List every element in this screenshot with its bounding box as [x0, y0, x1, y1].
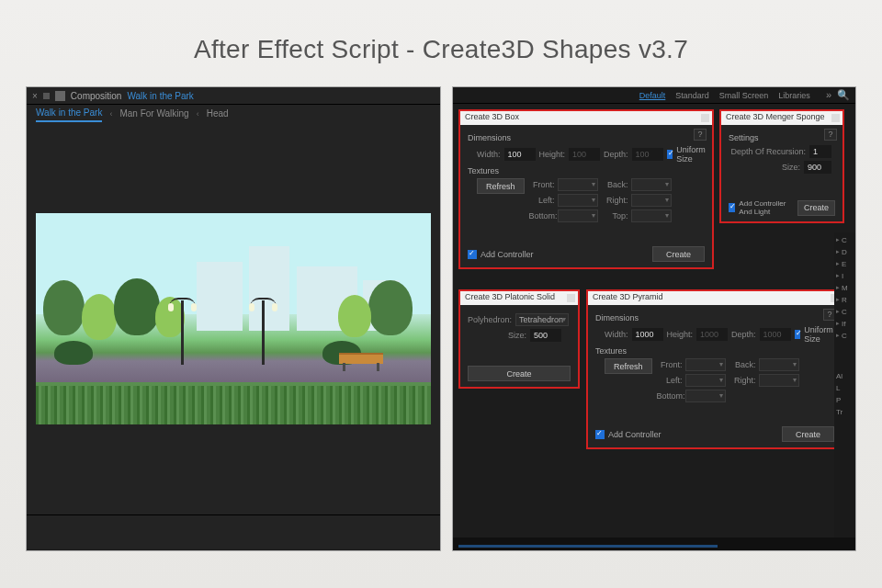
recursion-label: Depth Of Recursion:	[730, 147, 806, 156]
workspace-tabs: Default Standard Small Screen Libraries …	[453, 87, 855, 104]
side-item[interactable]: ▸If	[836, 319, 854, 328]
front-dropdown[interactable]	[685, 358, 726, 371]
chevron-left-icon: ‹	[109, 109, 112, 119]
pin-icon[interactable]	[43, 93, 50, 99]
height-input	[569, 148, 600, 161]
help-button[interactable]: ?	[694, 129, 707, 141]
composition-panel: × Composition Walk in the Park Walk in t…	[26, 86, 441, 551]
refresh-button[interactable]: Refresh	[477, 178, 525, 194]
side-item[interactable]: ▸C	[836, 235, 854, 244]
breadcrumb-item-2[interactable]: Head	[207, 108, 229, 119]
panel-title[interactable]: Create 3D Box	[460, 111, 712, 125]
top-dropdown[interactable]	[631, 209, 672, 222]
panel-title[interactable]: Create 3D Pyramid	[588, 291, 842, 305]
composition-prefix: Composition	[71, 91, 122, 101]
side-item[interactable]: ▸C	[836, 331, 854, 340]
panel-create-3d-box: Create 3D Box ? Dimensions Width: Height…	[458, 109, 714, 269]
panel-title[interactable]: Create 3D Platonic Solid	[460, 291, 578, 305]
size-label: Size:	[508, 331, 526, 340]
breadcrumb: Walk in the Park ‹ Man For Walking ‹ Hea…	[27, 104, 440, 122]
settings-label: Settings	[729, 133, 835, 142]
bottom-dropdown[interactable]	[558, 209, 598, 222]
tab-small-screen[interactable]: Small Screen	[719, 91, 769, 100]
depth-label: Depth:	[731, 330, 756, 339]
uniform-checkbox[interactable]	[667, 150, 673, 159]
page-title: After Effect Script - Create3D Shapes v3…	[0, 0, 882, 86]
composition-icon	[55, 91, 65, 101]
panel-create-3d-pyramid: Create 3D Pyramid ? Dimensions Width: He…	[586, 289, 843, 449]
size-input[interactable]	[804, 161, 831, 174]
side-item[interactable]: L	[836, 383, 854, 392]
breadcrumb-item-1[interactable]: Man For Walking	[119, 108, 188, 119]
create-button[interactable]: Create	[782, 426, 834, 442]
side-item[interactable]: ▸I	[836, 271, 854, 280]
polyhedron-dropdown[interactable]: Tetrahedron	[515, 313, 569, 326]
back-dropdown[interactable]	[759, 358, 799, 371]
create-button[interactable]: Create	[797, 200, 835, 216]
left-dropdown[interactable]	[685, 374, 726, 387]
side-item[interactable]: Al	[836, 371, 854, 380]
dimensions-label: Dimensions	[595, 313, 834, 322]
tab-libraries[interactable]: Libraries	[778, 91, 810, 100]
create-button[interactable]: Create	[652, 246, 705, 262]
side-item[interactable]: ▸E	[836, 259, 854, 268]
panel-create-3d-menger-sponge: Create 3D Menger Sponge ? Settings Depth…	[719, 109, 844, 223]
polyhedron-label: Polyhedron:	[468, 315, 512, 324]
width-input[interactable]	[632, 328, 663, 341]
create-button[interactable]: Create	[468, 366, 571, 381]
depth-input	[632, 148, 663, 161]
tab-standard[interactable]: Standard	[675, 91, 709, 100]
left-dropdown[interactable]	[558, 194, 598, 207]
width-label: Width:	[605, 330, 628, 339]
height-label: Height:	[539, 150, 566, 159]
tab-default[interactable]: Default	[639, 91, 666, 100]
search-icon[interactable]: 🔍	[837, 89, 850, 101]
textures-label: Textures	[595, 346, 834, 356]
side-item[interactable]: Tr	[836, 407, 854, 416]
close-icon[interactable]: ×	[32, 91, 38, 101]
side-item[interactable]: P	[836, 395, 854, 404]
size-label: Size:	[782, 163, 800, 172]
side-item[interactable]: ▸D	[836, 247, 854, 256]
panel-title[interactable]: Create 3D Menger Sponge	[721, 111, 842, 125]
dimensions-label: Dimensions	[468, 133, 705, 142]
side-item[interactable]: ▸M	[836, 283, 854, 292]
height-input	[696, 328, 728, 341]
back-dropdown[interactable]	[631, 178, 672, 191]
size-input[interactable]	[530, 329, 561, 342]
depth-label: Depth:	[604, 150, 628, 159]
expand-icon[interactable]: »	[826, 89, 831, 101]
add-controller-light-checkbox[interactable]	[729, 203, 735, 212]
add-controller-light-label: Add Controller And Light	[739, 199, 797, 216]
timeline-bar[interactable]	[453, 537, 855, 550]
uniform-checkbox[interactable]	[795, 330, 801, 339]
add-controller-checkbox[interactable]	[468, 250, 477, 259]
width-input[interactable]	[504, 148, 536, 161]
front-dropdown[interactable]	[558, 178, 598, 191]
park-scene	[36, 213, 431, 424]
panel-tab-bar: × Composition Walk in the Park	[27, 87, 440, 104]
help-button[interactable]: ?	[824, 129, 837, 141]
breadcrumb-item-0[interactable]: Walk in the Park	[36, 107, 102, 122]
chevron-left-icon: ‹	[197, 109, 199, 119]
add-controller-label: Add Controller	[481, 250, 534, 259]
height-label: Height:	[667, 330, 694, 339]
collapsed-panel-strip: ▸C ▸D ▸E ▸I ▸M ▸R ▸C ▸If ▸C Al L P Tr	[834, 232, 855, 537]
width-label: Width:	[477, 150, 501, 159]
right-dropdown[interactable]	[759, 374, 799, 387]
script-panels: Default Standard Small Screen Libraries …	[452, 86, 856, 551]
add-controller-checkbox[interactable]	[595, 430, 605, 439]
refresh-button[interactable]: Refresh	[605, 358, 652, 374]
right-dropdown[interactable]	[631, 194, 672, 207]
panel-create-3d-platonic-solid: Create 3D Platonic Solid Polyhedron:Tetr…	[458, 289, 580, 389]
viewer[interactable]	[27, 122, 440, 514]
textures-label: Textures	[468, 166, 705, 175]
side-item[interactable]: ▸R	[836, 295, 854, 304]
composition-name[interactable]: Walk in the Park	[127, 91, 193, 101]
recursion-input[interactable]	[809, 145, 831, 158]
add-controller-label: Add Controller	[608, 430, 662, 439]
side-item[interactable]: ▸C	[836, 307, 854, 316]
depth-input	[760, 328, 791, 341]
bottom-dropdown[interactable]	[685, 390, 726, 402]
uniform-label: Uniform Size	[804, 325, 836, 344]
